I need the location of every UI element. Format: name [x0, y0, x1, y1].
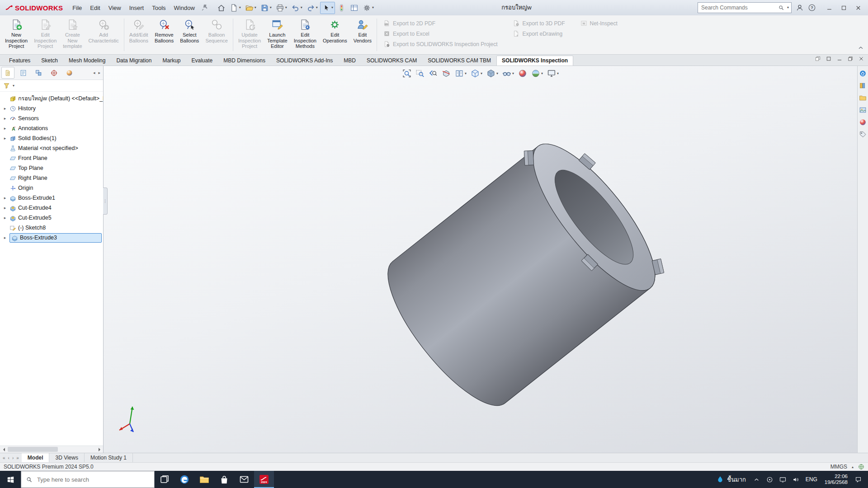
open-button[interactable]: ▾ [243, 2, 258, 14]
view-orientation-caret[interactable]: ▾ [481, 72, 482, 75]
manager-tabs-scroll-right[interactable]: ▸ [98, 70, 100, 75]
tab-nav-first[interactable]: « [3, 455, 5, 460]
file-properties-button[interactable] [348, 2, 360, 14]
tree-item-boss-extrude1[interactable]: ▸Boss-Extrude1 [0, 193, 103, 203]
doc-tab-3d-views[interactable]: 3D Views [49, 453, 84, 462]
expand-arrow-icon[interactable]: ▸ [2, 235, 8, 240]
action-center-button[interactable] [852, 471, 865, 488]
scrollbar-thumb[interactable] [8, 447, 58, 452]
hide-show-items-caret[interactable]: ▾ [512, 72, 514, 75]
tab-nav-prev[interactable]: ‹ [8, 455, 9, 460]
tree-item-front-plane[interactable]: Front Plane [0, 153, 103, 163]
print-button-caret[interactable]: ▾ [285, 6, 287, 9]
featuremanager-tab[interactable] [1, 67, 14, 79]
user-account-icon[interactable] [796, 4, 804, 12]
display-style-button[interactable]: ▾ [485, 68, 499, 79]
start-button[interactable] [0, 471, 21, 488]
new-document-button-caret[interactable]: ▾ [239, 6, 241, 9]
tree-item-sketch8[interactable]: (-) Sketch8 [0, 223, 103, 233]
volume-tray-icon[interactable] [789, 471, 802, 488]
units-indicator[interactable]: MMGS [830, 464, 847, 470]
configurationmanager-tab[interactable] [32, 67, 45, 79]
save-button[interactable]: ▾ [259, 2, 274, 14]
tree-item-right-plane[interactable]: Right Plane [0, 173, 103, 183]
units-caret-icon[interactable]: ▴ [852, 465, 854, 469]
menu-window[interactable]: Window [170, 2, 199, 14]
3d-model-cylinder[interactable] [104, 66, 857, 453]
tab-mbd[interactable]: MBD [338, 56, 361, 66]
tree-item-material-not-specified[interactable]: Material <not specified> [0, 143, 103, 153]
tab-data-migration[interactable]: Data Migration [111, 56, 157, 66]
expand-arrow-icon[interactable]: ▸ [2, 206, 8, 210]
tab-solidworks-cam-tbm[interactable]: SOLIDWORKS CAM TBM [422, 56, 496, 66]
tab-mbd-dimensions[interactable]: MBD Dimensions [218, 56, 271, 66]
options-button-caret[interactable]: ▾ [372, 6, 374, 9]
edit-operations-button[interactable]: Edit Operations [320, 16, 350, 53]
solidworks-resources-tab[interactable] [859, 70, 867, 77]
search-caret-icon[interactable]: ▾ [787, 6, 789, 9]
edit-vendors-button[interactable]: Edit Vendors [350, 16, 375, 53]
open-button-caret[interactable]: ▾ [255, 6, 256, 9]
undo-button-caret[interactable]: ▾ [301, 6, 302, 9]
ime-tray-icon[interactable] [763, 471, 776, 488]
tree-item-origin[interactable]: Origin [0, 183, 103, 193]
help-icon[interactable]: ? [808, 4, 816, 12]
expand-arrow-icon[interactable]: ▸ [2, 126, 8, 131]
remove-balloons-button[interactable]: Remove Balloons [151, 16, 177, 53]
panel-splitter-handle[interactable]: ⋮ [103, 188, 108, 215]
close-document-button[interactable] [858, 56, 864, 62]
weather-widget[interactable]: ชื้นมาก [712, 475, 750, 484]
tree-item-top-plane[interactable]: Top Plane [0, 163, 103, 173]
doc-tab-motion-study-1[interactable]: Motion Study 1 [85, 453, 133, 462]
displaymanager-tab[interactable] [63, 67, 76, 79]
section-view-button[interactable] [440, 68, 452, 79]
minimize-window-button[interactable] [826, 5, 833, 11]
collapse-ribbon-button[interactable] [857, 44, 864, 53]
custom-properties-tab[interactable] [859, 131, 867, 138]
new-window-icon[interactable] [815, 56, 821, 62]
options-button[interactable]: ▾ [361, 2, 376, 14]
select-tool-button-caret[interactable]: ▾ [331, 6, 333, 9]
tree-item-history[interactable]: ▸History [0, 103, 103, 113]
menu-view[interactable]: View [104, 2, 125, 14]
tab-solidworks-add-ins[interactable]: SOLIDWORKS Add-Ins [271, 56, 338, 66]
solidworks-2024-app[interactable]: 2024 [254, 471, 274, 488]
filter-icon[interactable] [3, 82, 10, 89]
expand-arrow-icon[interactable]: ▸ [2, 106, 8, 111]
expand-arrow-icon[interactable]: ▸ [2, 116, 8, 121]
tab-features[interactable]: Features [4, 56, 36, 66]
menu-file[interactable]: File [68, 2, 86, 14]
tab-markup[interactable]: Markup [157, 56, 186, 66]
mail-app[interactable] [234, 471, 254, 488]
task-view-button[interactable] [155, 471, 175, 488]
command-search[interactable]: ▾ [698, 2, 792, 13]
launch-template-editor-button[interactable]: Launch Template Editor [264, 16, 291, 53]
graphics-area[interactable]: ▾▾▾▾▾▾ [104, 66, 857, 453]
file-explorer-tab[interactable] [859, 94, 867, 102]
taskbar-search[interactable] [21, 471, 155, 488]
tree-item-boss-extrude3[interactable]: ▸Boss-Extrude3 [0, 233, 103, 243]
scrollbar-track[interactable] [7, 446, 96, 453]
scroll-right-arrow[interactable] [96, 446, 103, 453]
zoom-to-fit-button[interactable] [401, 68, 412, 79]
apply-scene-button[interactable]: ▾ [530, 68, 544, 79]
undo-button[interactable]: ▾ [289, 2, 304, 14]
minimize-document-button[interactable] [836, 56, 843, 62]
zoom-to-area-button[interactable] [414, 68, 425, 79]
new-inspection-project-button[interactable]: New Inspection Project [2, 16, 31, 53]
tab-nav-next[interactable]: › [12, 455, 14, 460]
command-search-input[interactable] [700, 4, 776, 11]
select-balloons-button[interactable]: Select Balloons [177, 16, 202, 53]
rebuild-status-button[interactable] [335, 2, 348, 14]
rim-tab-1[interactable] [524, 150, 533, 165]
hide-show-items-button[interactable]: ▾ [501, 68, 515, 79]
previous-view-button[interactable] [427, 68, 439, 79]
taskbar-search-input[interactable] [36, 476, 150, 483]
expand-arrow-icon[interactable]: ▸ [2, 196, 8, 200]
apply-scene-caret[interactable]: ▾ [541, 72, 543, 75]
save-button-caret[interactable]: ▾ [270, 6, 272, 9]
expand-arrow-icon[interactable]: ▸ [2, 136, 8, 141]
home-button[interactable] [215, 2, 227, 14]
filter-caret-icon[interactable]: ▾ [13, 84, 14, 88]
search-icon[interactable] [778, 5, 784, 11]
